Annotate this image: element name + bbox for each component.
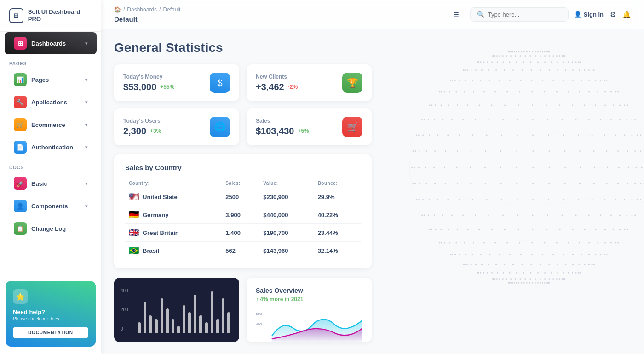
topbar: 🏠 / Dashboards / Default Default ≡ 🔍 👤 S… [101, 0, 644, 29]
stats-value: +3,462 -2% [256, 82, 298, 92]
bar-chart-bar [177, 326, 180, 333]
sales-cell: 562 [222, 242, 259, 260]
stats-value: 2,300 +3% [123, 126, 161, 137]
stats-badge: +55% [160, 84, 174, 90]
sales-cell: 2500 [222, 188, 259, 206]
sales-by-country-card: Sales by Country Country: Sales: Value: … [114, 154, 372, 268]
country-table: Country: Sales: Value: Bounce: 🇺🇸 United… [125, 179, 361, 259]
sidebar-nav: ⊞ Dashboards ▾ PAGES 📊 Pages ▾ 🔧 Applica… [0, 32, 101, 240]
value-cell: $230,900 [259, 188, 314, 206]
bar-chart-bar [166, 308, 169, 333]
stats-card-info: Sales $103,430 +5% [256, 118, 309, 137]
bar-chart-bar [155, 319, 157, 333]
sidebar-logo: ⊟ Soft UI Dashboard PRO [0, 0, 101, 32]
country-cell: 🇬🇧 Great Britain [125, 224, 222, 242]
bar-chart-bar [211, 291, 213, 333]
hamburger-menu[interactable]: ≡ [452, 7, 461, 22]
chevron-icon: ▾ [85, 100, 87, 105]
help-star-icon: ⭐ [13, 289, 28, 304]
bar-chart-bar [216, 319, 219, 333]
y-label-400: 400 [118, 288, 131, 293]
col-sales: Sales: [222, 179, 259, 188]
logo-icon: ⊟ [9, 8, 23, 23]
flag-icon: 🇬🇧 [129, 228, 139, 238]
stats-icon-users: 🌐 [210, 117, 230, 137]
settings-icon[interactable]: ⚙ [610, 11, 616, 19]
flag-icon: 🇩🇪 [129, 210, 139, 220]
sidebar-item-label: Components [31, 203, 68, 210]
y-label-200: 200 [118, 307, 131, 312]
country-name: Brasil [143, 247, 159, 254]
table-row: 🇩🇪 Germany 3.900 $440,000 40.22% [125, 206, 361, 224]
sidebar-item-ecommerce[interactable]: 🛒 Ecommerce ▾ [5, 114, 97, 136]
country-name: United State [143, 194, 178, 200]
documentation-button[interactable]: DOCUMENTATION [13, 327, 88, 338]
bar-chart-bar [183, 305, 185, 333]
help-subtitle: Please check our docs [13, 316, 88, 321]
sidebar-item-pages[interactable]: 📊 Pages ▾ [5, 69, 97, 91]
country-name: Great Britain [143, 229, 179, 236]
breadcrumb-trail: 🏠 / Dashboards / Default [114, 6, 180, 13]
table-row: 🇺🇸 United State 2500 $230,900 29.9% [125, 188, 361, 206]
sales-cell: 3.900 [222, 206, 259, 224]
pages-icon: 📊 [14, 73, 27, 86]
value-cell: $143,960 [259, 242, 314, 260]
bar-chart-bar [194, 295, 196, 333]
svg-text:400: 400 [256, 322, 262, 326]
bar-chart-bars [123, 287, 230, 333]
sidebar-item-basic[interactable]: 🚀 Basic ▾ [5, 172, 97, 194]
flag-icon: 🇧🇷 [129, 246, 139, 256]
sidebar-item-label: Pages [31, 76, 49, 83]
stats-badge: +3% [150, 128, 161, 134]
bar-chart-bar [138, 322, 141, 333]
stats-value: $103,430 +5% [256, 126, 309, 137]
search-input[interactable] [488, 11, 562, 18]
sidebar-item-components[interactable]: 👤 Components ▾ [5, 195, 97, 217]
sales-overview-chart: 500 400 [256, 307, 362, 344]
content-left: Today's Money $53,000 +55% $ New Clients [114, 64, 372, 342]
sign-in-button[interactable]: 👤 Sign in [574, 11, 604, 18]
sales-cell: 1.400 [222, 224, 259, 242]
page-title: General Statistics [114, 40, 631, 55]
sidebar-section-pages: PAGES [0, 55, 101, 68]
sidebar-item-changelog[interactable]: 📋 Change Log [5, 217, 97, 240]
user-icon: 👤 [574, 11, 581, 18]
sidebar-item-label: Change Log [31, 225, 66, 232]
main-content: Today's Money $53,000 +55% $ New Clients [114, 64, 631, 342]
chevron-icon: ▾ [85, 181, 87, 186]
stats-grid: Today's Money $53,000 +55% $ New Clients [114, 64, 372, 145]
bar-chart-bar [172, 319, 174, 333]
breadcrumb: 🏠 / Dashboards / Default Default [114, 6, 180, 23]
col-bounce: Bounce: [314, 179, 361, 188]
bar-chart-bar [199, 315, 202, 333]
sidebar-item-label: Basic [31, 180, 47, 187]
col-country: Country: [125, 179, 222, 188]
bar-chart-bar [227, 312, 230, 333]
notification-icon[interactable]: 🔔 [622, 11, 631, 19]
stats-badge: +5% [298, 128, 309, 134]
sidebar-item-label: Ecommerce [31, 121, 65, 128]
sidebar-item-authentication[interactable]: 📄 Authentication ▾ [5, 136, 97, 158]
sales-overview-card: Sales Overview ↑ 4% more in 2021 [247, 278, 372, 342]
table-row: 🇬🇧 Great Britain 1.400 $190,700 23.44% [125, 224, 361, 242]
help-title: Need help? [13, 308, 88, 315]
stats-label: Sales [256, 118, 309, 124]
breadcrumb-dashboards: Dashboards [127, 6, 157, 13]
stats-card-info: Today's Money $53,000 +55% [123, 74, 174, 92]
sidebar-item-dashboards[interactable]: ⊞ Dashboards ▾ [5, 32, 97, 54]
stats-card-info: New Clients +3,462 -2% [256, 74, 298, 92]
basic-icon: 🚀 [14, 177, 27, 190]
breadcrumb-separator: / [123, 6, 125, 13]
table-row: 🇧🇷 Brasil 562 $143,960 32.14% [125, 242, 361, 260]
sidebar-item-applications[interactable]: 🔧 Applications ▾ [5, 91, 97, 113]
country-cell: 🇩🇪 Germany [125, 206, 222, 224]
main-area: 🏠 / Dashboards / Default Default ≡ 🔍 👤 S… [101, 0, 644, 354]
search-icon: 🔍 [477, 11, 484, 18]
stats-value: $53,000 +55% [123, 82, 174, 92]
chevron-icon: ▾ [85, 122, 87, 127]
ecommerce-icon: 🛒 [14, 118, 27, 131]
sidebar: ⊟ Soft UI Dashboard PRO ⊞ Dashboards ▾ P… [0, 0, 101, 354]
y-label-0: 0 [118, 326, 131, 331]
chevron-icon: ▾ [85, 77, 87, 82]
sidebar-help-card: ⭐ Need help? Please check our docs DOCUM… [6, 281, 96, 347]
